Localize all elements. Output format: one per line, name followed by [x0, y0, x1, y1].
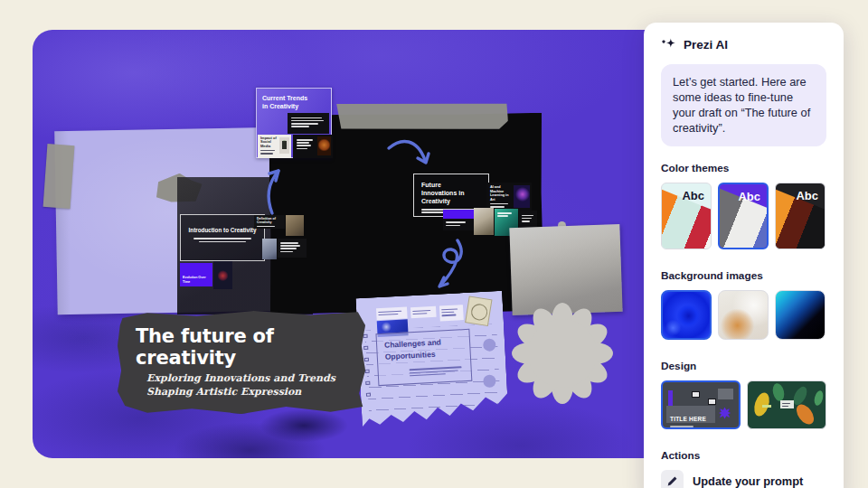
frame-title: Introduction to Creativity — [181, 227, 264, 233]
phone-image — [279, 137, 289, 154]
app: Current Trends in Creativity Impact of S… — [0, 0, 868, 488]
sparkle-icon — [661, 37, 676, 52]
presentation-subtitle: Exploring Innovations and Trends Shaping… — [146, 372, 362, 399]
actions-label: Actions — [661, 449, 826, 462]
subtopic-card-social-media[interactable]: Impact of Social Media — [258, 135, 291, 158]
design-dark-board-selected[interactable]: TITLE HERE — [661, 380, 741, 429]
ai-art-image — [514, 185, 530, 208]
pencil-icon — [661, 470, 684, 488]
color-theme-purple-selected[interactable]: Abc — [718, 183, 769, 249]
note-label — [376, 306, 408, 320]
design-label: Design — [661, 360, 826, 372]
subtopic-card-evolution[interactable]: Evolution Over Time — [180, 263, 212, 286]
tape-piece-left — [43, 144, 75, 209]
panel-title: Prezi AI — [684, 38, 728, 52]
prezi-ai-panel: Prezi AI Let’s get started. Here are som… — [644, 23, 844, 488]
background-dark-geometric[interactable] — [775, 290, 826, 340]
frame-current-trends[interactable]: Current Trends in Creativity Impact of S… — [256, 88, 332, 158]
panel-header: Prezi AI — [661, 37, 826, 52]
background-blue-flower-selected[interactable] — [661, 290, 712, 340]
color-theme-options: Abc Abc Abc — [661, 183, 826, 249]
color-theme-light[interactable]: Abc — [661, 183, 712, 249]
body-text-block — [288, 113, 329, 134]
small-photo — [286, 215, 304, 236]
portrait-image — [213, 261, 232, 289]
hands-photo — [474, 208, 494, 235]
note-label — [439, 305, 464, 321]
background-image-options — [661, 290, 826, 340]
orange-artwork-image — [317, 136, 331, 155]
challenges-title-box[interactable]: Challenges and Opportunities — [375, 329, 472, 386]
frame-introduction[interactable]: Introduction to Creativity — [180, 214, 265, 261]
presentation-title: The future of creativity — [136, 326, 289, 369]
subtopic-text-card[interactable] — [278, 239, 307, 258]
subtopic-card-definition[interactable]: Definition of Creativity — [254, 215, 285, 229]
subtopic-card-purple[interactable] — [443, 210, 474, 230]
design-options: TITLE HERE — [661, 380, 826, 429]
subtopic-card-trends[interactable] — [293, 135, 333, 158]
tape-strip-top — [335, 99, 509, 133]
frame-title: Current Trends in Creativity — [262, 95, 315, 111]
color-themes-label: Color themes — [661, 162, 826, 174]
stamp-sticker — [465, 296, 492, 326]
flower-sticker[interactable] — [510, 301, 615, 406]
frame-challenges-notepad[interactable]: Challenges and Opportunities — [355, 291, 508, 427]
design-green-leaves[interactable] — [747, 380, 826, 429]
update-prompt-action[interactable]: Update your prompt — [661, 470, 826, 488]
background-beige-abstract[interactable] — [718, 290, 769, 340]
background-images-label: Background images — [661, 269, 826, 282]
leaf-shape — [813, 389, 825, 407]
leaf-shape — [771, 381, 786, 401]
note-label — [410, 306, 437, 318]
presentation-canvas[interactable]: Current Trends in Creativity Impact of S… — [33, 30, 667, 458]
assistant-message: Let’s get started. Here are some ideas t… — [661, 64, 826, 146]
purple-bloom-shape — [719, 408, 731, 419]
color-theme-dark[interactable]: Abc — [775, 183, 826, 249]
small-photo — [262, 239, 277, 259]
hero-title-panel[interactable]: The future of creativity Exploring Innov… — [118, 311, 365, 414]
